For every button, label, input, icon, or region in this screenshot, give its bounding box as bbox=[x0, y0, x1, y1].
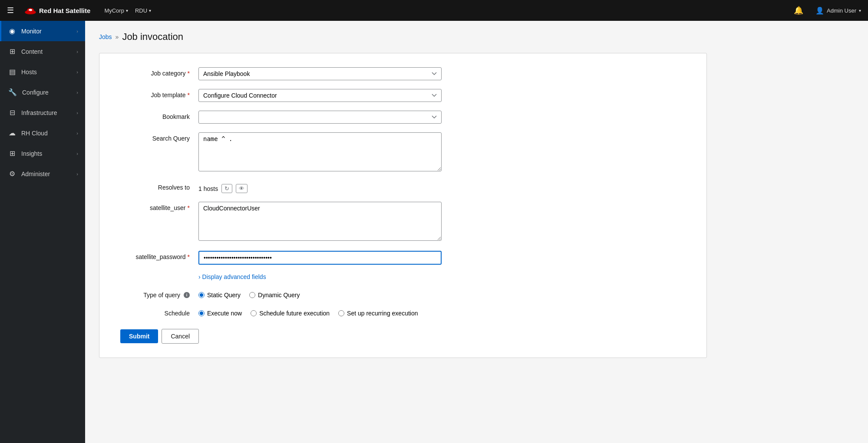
bookmark-select[interactable] bbox=[198, 111, 442, 124]
brand-logo: Red Hat Satellite bbox=[24, 6, 90, 15]
sidebar-label-hosts: Hosts bbox=[21, 69, 37, 75]
job-template-select[interactable]: Configure Cloud Connector bbox=[198, 89, 442, 102]
sidebar-item-hosts[interactable]: ▤ Hosts › bbox=[0, 62, 85, 82]
recurring-option[interactable]: Set up recurring execution bbox=[338, 310, 418, 317]
bookmark-label: Bookmark bbox=[120, 111, 198, 120]
sidebar-item-hosts-left: ▤ Hosts bbox=[8, 68, 37, 76]
sidebar-item-content[interactable]: ⊞ Content › bbox=[0, 41, 85, 62]
redhat-logo-icon bbox=[24, 6, 36, 15]
advanced-fields-field: › Display advanced fields bbox=[198, 273, 442, 280]
rdu-selector[interactable]: RDU ▾ bbox=[135, 7, 151, 14]
schedule-radio-group: Execute now Schedule future execution Se… bbox=[198, 307, 442, 317]
satellite-password-label: satellite_password * bbox=[120, 251, 198, 260]
resolves-row-content: 1 hosts ↻ 👁 bbox=[198, 181, 442, 193]
sidebar-item-rh-cloud-left: ☁ RH Cloud bbox=[8, 129, 48, 137]
top-navigation: ☰ Red Hat Satellite MyCorp ▾ RDU ▾ 🔔 👤 A… bbox=[0, 0, 868, 21]
page-title: Job invocation bbox=[122, 31, 183, 43]
user-menu[interactable]: 👤 Admin User ▾ bbox=[815, 7, 861, 15]
sidebar-item-infrastructure[interactable]: ⊟ Infrastructure › bbox=[0, 102, 85, 123]
sidebar-item-administer[interactable]: ⚙ Administer › bbox=[0, 164, 85, 184]
hamburger-menu[interactable]: ☰ bbox=[7, 6, 14, 15]
job-category-row: Job category * Ansible Playbook bbox=[120, 67, 686, 80]
sidebar-item-monitor[interactable]: ◉ Monitor › bbox=[0, 21, 85, 41]
bookmark-field bbox=[198, 111, 442, 124]
job-template-field: Configure Cloud Connector bbox=[198, 89, 442, 102]
corp-selector[interactable]: MyCorp ▾ bbox=[104, 7, 128, 14]
search-query-label: Search Query bbox=[120, 132, 198, 142]
view-resolves-button[interactable]: 👁 bbox=[236, 184, 248, 193]
execute-now-radio[interactable] bbox=[198, 310, 205, 316]
job-category-label: Job category * bbox=[120, 67, 198, 77]
rh-cloud-chevron-icon: › bbox=[76, 131, 78, 136]
dynamic-query-radio[interactable] bbox=[249, 292, 255, 298]
configure-chevron-icon: › bbox=[76, 90, 78, 95]
resolves-to-row: Resolves to 1 hosts ↻ 👁 bbox=[120, 181, 686, 193]
static-query-radio[interactable] bbox=[198, 292, 205, 298]
rdu-label: RDU bbox=[135, 7, 147, 14]
sidebar-item-content-left: ⊞ Content bbox=[8, 47, 43, 56]
bookmark-row: Bookmark bbox=[120, 111, 686, 124]
content-icon: ⊞ bbox=[8, 47, 16, 56]
infrastructure-icon: ⊟ bbox=[8, 108, 16, 117]
administer-icon: ⚙ bbox=[8, 170, 16, 178]
breadcrumb-jobs-link[interactable]: Jobs bbox=[99, 33, 112, 40]
cancel-button[interactable]: Cancel bbox=[162, 329, 199, 344]
corp-label: MyCorp bbox=[104, 7, 124, 14]
job-template-row: Job template * Configure Cloud Connector bbox=[120, 89, 686, 102]
type-of-query-info-icon[interactable]: i bbox=[184, 292, 190, 298]
search-query-row: Search Query name ^ . bbox=[120, 132, 686, 173]
execute-now-option[interactable]: Execute now bbox=[198, 310, 242, 317]
job-category-select[interactable]: Ansible Playbook bbox=[198, 67, 442, 80]
infrastructure-chevron-icon: › bbox=[76, 110, 78, 115]
user-chevron-icon: ▾ bbox=[859, 8, 861, 13]
static-query-option[interactable]: Static Query bbox=[198, 292, 241, 299]
advanced-fields-spacer bbox=[120, 273, 198, 276]
resolves-to-field: 1 hosts ↻ 👁 bbox=[198, 181, 442, 193]
satellite-user-input[interactable]: CloudConnectorUser bbox=[198, 202, 442, 241]
type-of-query-radio-group: Static Query Dynamic Query bbox=[198, 289, 442, 299]
submit-button[interactable]: Submit bbox=[120, 329, 158, 343]
satellite-password-field bbox=[198, 251, 442, 265]
sidebar-item-rh-cloud[interactable]: ☁ RH Cloud › bbox=[0, 123, 85, 143]
satellite-password-input[interactable] bbox=[198, 251, 442, 265]
sidebar-item-insights[interactable]: ⊞ Insights › bbox=[0, 143, 85, 164]
rdu-chevron-icon: ▾ bbox=[149, 8, 151, 13]
main-content: Jobs » Job invocation Job category * Ans… bbox=[85, 21, 868, 443]
schedule-future-radio[interactable] bbox=[251, 310, 257, 316]
sidebar-item-insights-left: ⊞ Insights bbox=[8, 149, 42, 158]
sidebar-item-configure-left: 🔧 Configure bbox=[8, 88, 49, 96]
dynamic-query-label: Dynamic Query bbox=[258, 292, 300, 299]
required-marker-user: * bbox=[188, 204, 190, 211]
dynamic-query-option[interactable]: Dynamic Query bbox=[249, 292, 300, 299]
breadcrumb-separator: » bbox=[116, 33, 119, 40]
schedule-future-label: Schedule future execution bbox=[259, 310, 330, 317]
required-marker-template: * bbox=[188, 92, 190, 98]
sidebar: ◉ Monitor › ⊞ Content › ▤ Hosts › 🔧 Conf… bbox=[0, 21, 85, 443]
schedule-future-option[interactable]: Schedule future execution bbox=[251, 310, 330, 317]
refresh-resolves-button[interactable]: ↻ bbox=[221, 184, 232, 193]
satellite-user-label: satellite_user * bbox=[120, 202, 198, 211]
resolves-to-label: Resolves to bbox=[120, 181, 198, 191]
notifications-bell-icon[interactable]: 🔔 bbox=[794, 6, 803, 15]
corp-chevron-icon: ▾ bbox=[126, 8, 128, 13]
sidebar-item-configure[interactable]: 🔧 Configure › bbox=[0, 82, 85, 102]
search-query-textarea[interactable]: name ^ . bbox=[198, 132, 442, 171]
search-query-field: name ^ . bbox=[198, 132, 442, 173]
static-query-label: Static Query bbox=[207, 292, 241, 299]
user-name: Admin User bbox=[827, 7, 856, 14]
hosts-icon: ▤ bbox=[8, 68, 16, 76]
type-of-query-row: Type of query i Static Query Dynamic Que… bbox=[120, 289, 686, 299]
content-chevron-icon: › bbox=[76, 49, 78, 54]
administer-chevron-icon: › bbox=[76, 171, 78, 177]
resolves-hosts-count: 1 hosts bbox=[198, 185, 218, 192]
sidebar-label-content: Content bbox=[21, 48, 43, 55]
sidebar-item-administer-left: ⚙ Administer bbox=[8, 170, 50, 178]
sidebar-label-rh-cloud: RH Cloud bbox=[21, 130, 48, 137]
recurring-radio[interactable] bbox=[338, 310, 344, 316]
sidebar-label-insights: Insights bbox=[21, 150, 42, 157]
monitor-chevron-icon: › bbox=[76, 29, 78, 34]
display-advanced-fields-link[interactable]: › Display advanced fields bbox=[198, 273, 266, 280]
schedule-field: Execute now Schedule future execution Se… bbox=[198, 307, 442, 317]
job-invocation-form: Job category * Ansible Playbook Job temp… bbox=[99, 53, 707, 358]
hosts-chevron-icon: › bbox=[76, 69, 78, 75]
